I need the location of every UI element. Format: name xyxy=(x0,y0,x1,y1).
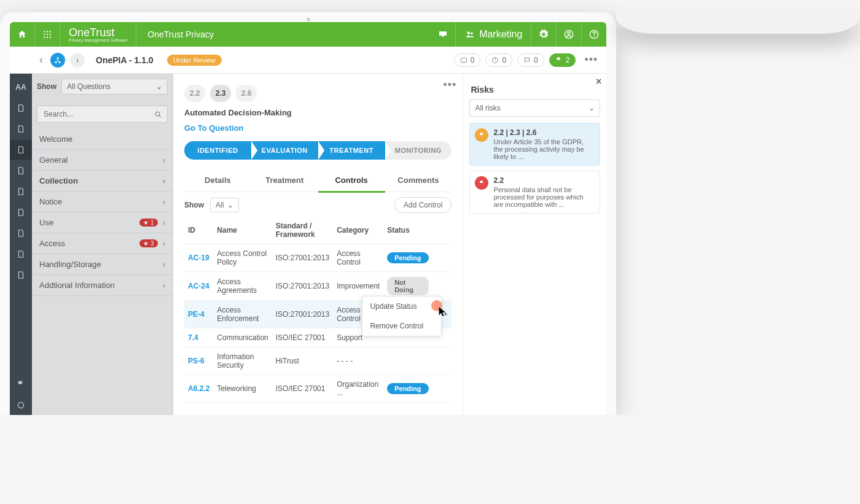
risk-heading: 2.2 | 2.3 | 2.6 xyxy=(493,128,595,137)
main-more-icon[interactable]: ••• xyxy=(443,79,456,91)
show-filter-select[interactable]: All Questions ⌄ xyxy=(61,79,168,95)
row-action-menu: Update Status Remove Control xyxy=(362,296,442,336)
subtab[interactable]: Comments xyxy=(385,169,452,192)
sidebar-item[interactable]: Collection› xyxy=(32,171,173,192)
phase-step[interactable]: TREATMENT xyxy=(318,141,385,160)
brand-logo[interactable]: OneTrust Privacy Management Software xyxy=(60,27,136,42)
svg-rect-20 xyxy=(461,58,466,62)
controls-filter-select[interactable]: All ⌄ xyxy=(210,198,239,212)
rail-flag-icon[interactable] xyxy=(10,374,32,394)
sidebar-item[interactable]: Handling/Storage› xyxy=(32,254,173,275)
table-row[interactable]: AC-19 Access Control Policy ISO:27001:20… xyxy=(184,244,452,272)
control-id-link[interactable]: A6.2.2 xyxy=(188,384,209,393)
rail-text-size[interactable]: AA xyxy=(10,77,32,97)
rail-doc-4[interactable] xyxy=(10,161,32,180)
control-name: Access Agreements xyxy=(213,272,272,301)
subtab[interactable]: Controls xyxy=(318,169,385,193)
alert-badge: ★ 3 xyxy=(139,239,157,247)
rail-doc-8[interactable] xyxy=(10,244,32,264)
rail-doc-3[interactable] xyxy=(10,140,32,160)
chevron-right-icon: › xyxy=(163,197,165,206)
control-category: - - - - xyxy=(333,347,383,375)
sidebar-item[interactable]: Welcome xyxy=(32,129,173,150)
svg-point-4 xyxy=(47,34,48,35)
remove-control-option[interactable]: Remove Control xyxy=(362,316,441,336)
control-id-link[interactable]: PE-4 xyxy=(188,310,205,319)
sidebar-item-label: Handling/Storage xyxy=(39,260,101,269)
chevron-right-icon: › xyxy=(163,155,165,165)
chevron-right-icon: › xyxy=(163,218,165,227)
subtab[interactable]: Details xyxy=(184,169,251,192)
sidebar-item-label: Access xyxy=(39,239,65,248)
brand-name: OneTrust xyxy=(69,27,127,38)
phase-step[interactable]: IDENTIFIED xyxy=(184,141,251,160)
notes-count-pill[interactable]: 0 xyxy=(454,53,481,67)
go-to-question-link[interactable]: Go To Question xyxy=(184,123,244,133)
svg-point-12 xyxy=(568,32,570,34)
tree-icon[interactable] xyxy=(50,53,65,68)
sidebar-item[interactable]: Addtional Information› xyxy=(32,275,173,296)
rail-doc-2[interactable] xyxy=(10,119,32,139)
question-step[interactable]: 2.6 xyxy=(236,85,257,102)
rail-doc-6[interactable] xyxy=(10,203,32,222)
sidebar-item[interactable]: General› xyxy=(32,150,173,171)
svg-point-10 xyxy=(471,33,473,35)
search-input[interactable] xyxy=(42,109,154,119)
svg-point-6 xyxy=(44,37,45,38)
svg-point-15 xyxy=(57,57,59,59)
user-icon[interactable] xyxy=(557,22,581,47)
table-col-header: Status xyxy=(383,217,432,244)
question-step[interactable]: 2.2 xyxy=(184,85,205,102)
svg-point-1 xyxy=(47,31,48,32)
control-standard: ISO/IEC 27001 xyxy=(272,375,333,403)
phase-step[interactable]: EVALUATION xyxy=(251,141,318,160)
subtabs: DetailsTreatmentControlsComments xyxy=(184,169,452,192)
add-control-button[interactable]: Add Control xyxy=(394,197,452,213)
control-id-link[interactable]: AC-24 xyxy=(188,282,209,290)
phase-track: IDENTIFIEDEVALUATIONTREATMENTMONITORING xyxy=(184,141,452,160)
rail-doc-5[interactable] xyxy=(10,182,32,201)
question-step[interactable]: 2.3 xyxy=(210,85,231,102)
apps-grid-icon[interactable] xyxy=(35,22,60,47)
close-icon[interactable]: × xyxy=(596,76,601,87)
flags-count-pill[interactable]: 2 xyxy=(549,53,576,67)
risk-text: Under Article 35 of the GDPR, the proces… xyxy=(493,138,595,160)
control-id-link[interactable]: AC-19 xyxy=(188,254,209,262)
status-pill: Pending xyxy=(387,383,428,394)
svg-point-3 xyxy=(44,34,45,35)
status-pill: Not Doing xyxy=(387,277,428,295)
sidebar-item[interactable]: Access★ 3› xyxy=(32,233,173,254)
control-standard: ISO/IEC 27001 xyxy=(272,328,333,347)
sidebar-item[interactable]: Notice› xyxy=(32,192,173,212)
gear-icon[interactable] xyxy=(531,22,556,47)
table-row[interactable]: A6.2.2 Teleworking ISO/IEC 27001 Organiz… xyxy=(184,375,452,403)
rail-doc-1[interactable] xyxy=(10,98,32,118)
rail-doc-7[interactable] xyxy=(10,223,32,243)
inbox-icon[interactable] xyxy=(431,22,455,47)
back-icon[interactable]: ‹ xyxy=(37,53,45,66)
help-icon[interactable] xyxy=(582,22,606,47)
home-icon[interactable] xyxy=(10,22,34,47)
subtab[interactable]: Treatment xyxy=(251,169,318,192)
assessment-header: ‹ OnePIA - 1.1.0 Under Review 0 0 xyxy=(10,47,606,74)
risk-item[interactable]: 2.2 | 2.3 | 2.6 Under Article 35 of the … xyxy=(469,123,600,166)
update-status-option[interactable]: Update Status xyxy=(362,297,441,316)
sidebar-item[interactable]: Use★ 1› xyxy=(32,212,173,233)
phase-step[interactable]: MONITORING xyxy=(385,141,452,160)
table-row[interactable]: PS-6 Information Security HiTrust - - - … xyxy=(184,347,452,375)
rail-bottom-icon[interactable] xyxy=(10,395,32,415)
risk-item[interactable]: 2.2 Personal data shall not be processed… xyxy=(469,171,600,214)
help-count-pill[interactable]: 0 xyxy=(485,53,512,67)
svg-point-18 xyxy=(77,58,78,59)
header-more-icon[interactable]: ••• xyxy=(580,53,601,66)
risks-filter-select[interactable]: All risks ⌄ xyxy=(469,99,600,117)
chevron-right-icon: › xyxy=(163,239,165,248)
control-name: Information Security xyxy=(213,347,272,375)
control-id-link[interactable]: 7.4 xyxy=(188,333,198,342)
comments-count-pill[interactable]: 0 xyxy=(517,53,544,67)
control-id-link[interactable]: PS-6 xyxy=(188,357,205,365)
search-input-wrap[interactable] xyxy=(37,106,168,123)
team-selector[interactable]: Marketing xyxy=(456,22,531,47)
info-icon[interactable] xyxy=(70,53,85,68)
rail-doc-9[interactable] xyxy=(10,265,32,285)
